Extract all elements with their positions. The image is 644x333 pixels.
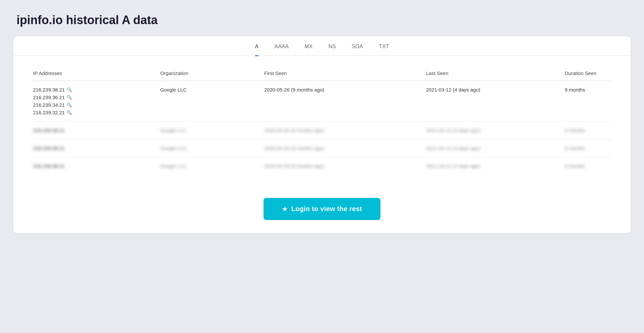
ip-row: 216.239.32.21🔍 xyxy=(33,110,160,115)
cell-ip-addresses: 216.239.38.21 xyxy=(33,139,160,157)
cell-last-seen: 2021-03-12 (4 days ago) xyxy=(426,157,565,175)
page-title: ipinfo.io historical A data xyxy=(13,13,631,27)
cell-organization: Google LLC xyxy=(160,157,264,175)
tab-bar: A AAAA MX NS SOA TXT xyxy=(13,36,631,56)
ip-address-text: 216.239.32.21 xyxy=(33,110,65,115)
cell-organization: Google LLC xyxy=(160,81,264,122)
col-header-last-seen: Last Seen xyxy=(426,66,565,81)
star-icon: ★ xyxy=(282,205,287,213)
table-header-row: IP Addresses Organization First Seen Las… xyxy=(33,66,611,81)
table-row: 216.239.38.21🔍216.239.36.21🔍216.239.34.2… xyxy=(33,81,611,122)
cell-first-seen: 2020-05-26 (9 months ago) xyxy=(264,139,426,157)
cell-organization: Google LLC xyxy=(160,139,264,157)
tab-MX[interactable]: MX xyxy=(304,44,312,56)
col-header-duration: Duration Seen xyxy=(565,66,611,81)
ip-row: 216.239.34.21🔍 xyxy=(33,102,160,108)
cell-last-seen: 2021-03-12 (4 days ago) xyxy=(426,139,565,157)
cell-first-seen: 2020-05-26 (9 months ago) xyxy=(264,122,426,139)
col-header-first-seen: First Seen xyxy=(264,66,426,81)
data-table: IP Addresses Organization First Seen Las… xyxy=(33,66,611,175)
ip-row: 216.239.38.21 xyxy=(33,145,160,151)
cell-first-seen: 2020-05-26 (9 months ago) xyxy=(264,157,426,175)
cell-ip-addresses: 216.239.38.21🔍216.239.36.21🔍216.239.34.2… xyxy=(33,81,160,122)
cell-duration: 9 months xyxy=(565,157,611,175)
search-icon[interactable]: 🔍 xyxy=(67,102,72,107)
table-row: 216.239.38.21Google LLC2020-05-26 (9 mon… xyxy=(33,139,611,157)
col-header-org: Organization xyxy=(160,66,264,81)
cell-ip-addresses: 216.239.38.21 xyxy=(33,122,160,139)
login-button[interactable]: ★ Login to view the rest xyxy=(264,198,381,220)
login-cta-container: ★ Login to view the rest xyxy=(13,191,631,233)
tab-NS[interactable]: NS xyxy=(328,44,336,56)
col-header-ip: IP Addresses xyxy=(33,66,160,81)
tab-A[interactable]: A xyxy=(255,44,259,56)
cell-first-seen: 2020-05-26 (9 months ago) xyxy=(264,81,426,122)
cell-ip-addresses: 216.239.38.21 xyxy=(33,157,160,175)
ip-row: 216.239.36.21🔍 xyxy=(33,94,160,100)
login-button-label: Login to view the rest xyxy=(291,205,362,213)
tab-TXT[interactable]: TXT xyxy=(379,44,389,56)
ip-address-text: 216.239.38.21 xyxy=(33,128,65,133)
cell-duration: 9 months xyxy=(565,122,611,139)
search-icon[interactable]: 🔍 xyxy=(67,110,72,115)
ip-address-text: 216.239.34.21 xyxy=(33,102,65,108)
tab-SOA[interactable]: SOA xyxy=(352,44,363,56)
ip-address-text: 216.239.36.21 xyxy=(33,94,65,100)
cell-last-seen: 2021-03-12 (4 days ago) xyxy=(426,81,565,122)
cell-last-seen: 2021-03-12 (4 days ago) xyxy=(426,122,565,139)
main-card: A AAAA MX NS SOA TXT IP Addresses Organi… xyxy=(13,36,631,233)
table-wrapper: IP Addresses Organization First Seen Las… xyxy=(13,56,631,191)
cell-duration: 9 months xyxy=(565,81,611,122)
ip-address-text: 216.239.38.21 xyxy=(33,87,65,92)
ip-address-text: 216.239.38.21 xyxy=(33,145,65,151)
search-icon[interactable]: 🔍 xyxy=(67,87,72,92)
cell-duration: 9 months xyxy=(565,139,611,157)
search-icon[interactable]: 🔍 xyxy=(67,95,72,100)
cell-organization: Google LLC xyxy=(160,122,264,139)
ip-row: 216.239.38.21 xyxy=(33,163,160,169)
table-row: 216.239.38.21Google LLC2020-05-26 (9 mon… xyxy=(33,122,611,139)
table-row: 216.239.38.21Google LLC2020-05-26 (9 mon… xyxy=(33,157,611,175)
ip-address-text: 216.239.38.21 xyxy=(33,163,65,169)
ip-row: 216.239.38.21🔍 xyxy=(33,87,160,92)
ip-row: 216.239.38.21 xyxy=(33,128,160,133)
tab-AAAA[interactable]: AAAA xyxy=(274,44,289,56)
